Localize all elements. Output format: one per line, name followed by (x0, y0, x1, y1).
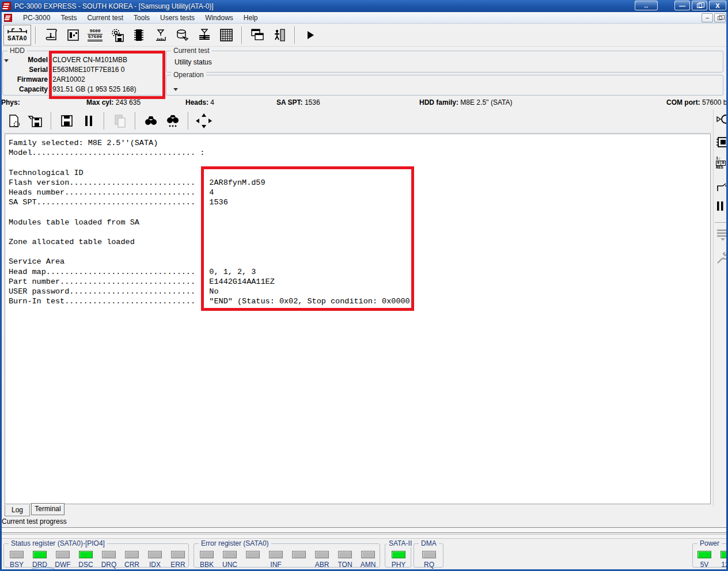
led-indicator (292, 551, 306, 558)
menu-users-tests[interactable]: Users tests (155, 13, 200, 23)
hdd-group: HDD ModelCLOVER CN-M101MBB SerialE563M8E… (2, 51, 164, 96)
operation-dropdown-caret[interactable] (173, 88, 178, 91)
reset-label: RES (716, 166, 726, 170)
sa-spt-value: SA SPT: 1536 (276, 98, 320, 106)
menu-tools[interactable]: Tools (128, 13, 155, 23)
drive-info-button[interactable] (42, 25, 60, 45)
pause-icon (716, 200, 724, 212)
tab-terminal[interactable]: Terminal (31, 503, 65, 515)
led-indicator (10, 551, 24, 558)
menu-bar: PC-3000 Tests Current test Tools Users t… (0, 12, 728, 24)
led-unnamed-2 (289, 551, 309, 561)
status-register-group: Status register (SATA0)-[PIO4] BSY DRD D… (3, 543, 189, 568)
funnel-lines-icon (197, 28, 212, 43)
load-log-button[interactable] (26, 111, 45, 131)
copy-icon (112, 113, 127, 128)
log-text: Family selected: M8E 2.5''(SATA) Model..… (5, 134, 710, 306)
log-output-area[interactable]: Family selected: M8E 2.5''(SATA) Model..… (5, 134, 711, 504)
power-group: Power 5V 12V (692, 543, 728, 568)
led-indicator (79, 551, 93, 558)
led-indicator (315, 551, 329, 558)
window-title: PC-3000 EXPRESS - SOUTH KOREA - [Samsung… (14, 2, 214, 10)
play-icon (308, 31, 314, 39)
cascade-windows-icon (249, 28, 266, 43)
resize-window-button[interactable]: ↔ (635, 1, 658, 10)
menu-help[interactable]: Help (238, 13, 263, 23)
led-inf: INF (266, 551, 286, 569)
hdd-serial-row: SerialE563M8E10TF7E816 0 (6, 66, 162, 75)
resources-icon (66, 28, 81, 43)
status-register-label: Status register (SATA0)-[PIO4] (9, 539, 107, 547)
menu-windows[interactable]: Windows (200, 13, 238, 23)
baud-rate-button[interactable]: 9600 57600 (86, 25, 104, 45)
led-indicator (148, 551, 162, 558)
filter-params-button[interactable] (195, 25, 214, 45)
run-test-button[interactable] (301, 25, 320, 45)
pause-terminal-button[interactable] (716, 200, 724, 212)
hdd-firmware-row: Firmware2AR10002 (6, 75, 162, 85)
sata-port-button[interactable]: SATA0 (3, 25, 31, 45)
led-indicator (102, 551, 116, 558)
phys-label: Phys: (1, 98, 20, 106)
max-cyl-value: Max cyl: 243 635 (86, 98, 141, 106)
pause-log-button[interactable] (79, 111, 98, 131)
sector-map-button[interactable] (217, 25, 236, 45)
led-indicator (392, 551, 405, 558)
mdi-minimize-button[interactable]: – (702, 13, 713, 22)
mdi-child-icon (4, 14, 12, 22)
reset-button[interactable]: 1↓ 0|0 RES (716, 157, 726, 170)
menu-tests[interactable]: Tests (55, 13, 82, 23)
main-toolbar: SATA0 9600 57600 (0, 24, 728, 47)
sata-connector-icon (7, 28, 27, 35)
phys-status-row: Phys: Max cyl: 243 635 Heads: 4 SA SPT: … (0, 97, 728, 109)
floppy-open-icon (28, 113, 44, 128)
restore-button[interactable] (692, 1, 707, 10)
led-indicator (200, 551, 214, 558)
restore-icon (697, 3, 702, 8)
led-bsy: BSY (6, 551, 27, 569)
led-indicator (246, 551, 260, 558)
windows-cascade-button[interactable] (248, 25, 267, 45)
led-drq: DRQ (98, 551, 119, 569)
led-dsc: DSC (75, 551, 96, 569)
toolbar-separator (135, 112, 136, 130)
save-log-button[interactable] (58, 111, 76, 131)
dma-label: DMA (419, 539, 439, 547)
tab-log[interactable]: Log (5, 505, 30, 516)
new-report-button[interactable] (5, 111, 23, 131)
flash-chip-button[interactable] (130, 25, 148, 45)
database-button[interactable] (173, 25, 192, 45)
hdd-capacity-row: Capacity931.51 GB (1 953 525 168) (6, 85, 162, 95)
find-button[interactable] (142, 111, 160, 131)
find-next-button[interactable] (164, 111, 182, 131)
led-indicator (125, 551, 139, 558)
test-selection-button[interactable] (151, 25, 170, 45)
progress-label: Current test progress (2, 517, 67, 526)
copy-log-button[interactable] (111, 111, 129, 131)
menu-pc3000[interactable]: PC-3000 (18, 13, 55, 23)
current-test-group-label: Current test (171, 47, 212, 55)
mdi-restore-button[interactable] (714, 13, 726, 22)
operation-group-label: Operation (171, 71, 206, 79)
hdd-group-label: HDD (7, 47, 27, 55)
toolbar-separator (241, 26, 242, 44)
exit-utility-button[interactable] (270, 25, 289, 45)
four-arrows-icon (195, 112, 213, 130)
sata2-group: SATA-II PHY (385, 543, 411, 568)
led-indicator (338, 551, 352, 558)
led-amn: AMN (358, 551, 378, 569)
led-bbk: BBK (196, 551, 217, 569)
led-crr: CRR (122, 551, 142, 569)
settings-save-button[interactable] (108, 25, 126, 45)
com-port-value: COM port: 57600 b (666, 98, 727, 106)
minimize-button[interactable]: — (674, 1, 690, 10)
toolbar-separator (51, 112, 52, 130)
drive-resources-button[interactable] (64, 25, 82, 45)
navigate-button[interactable] (195, 111, 213, 131)
menu-current-test[interactable]: Current test (82, 13, 128, 23)
led-indicator (269, 551, 283, 558)
operation-group: Operation (166, 75, 723, 96)
pc3000-express-window: PC-3000 EXPRESS - SOUTH KOREA - [Samsung… (0, 0, 728, 571)
close-button[interactable]: X (709, 1, 726, 10)
led-phy: PHY (388, 551, 409, 569)
